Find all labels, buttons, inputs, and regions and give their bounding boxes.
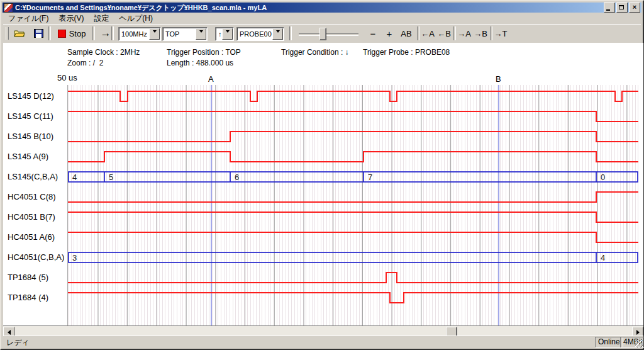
length-info: Length : 488.000 us	[167, 59, 233, 67]
window-title: C:¥Documents and Settings¥noname¥デスクトップ¥…	[15, 3, 604, 13]
set-cursor-a-button[interactable]: →A	[456, 26, 472, 41]
zoom-info: Zoom : / 2	[67, 59, 103, 67]
trigger-condition-info: Trigger Condition : ↓	[281, 48, 349, 57]
trigger-edge-select[interactable]: ↑	[215, 27, 234, 41]
dropdown-arrow-icon[interactable]	[149, 28, 160, 40]
svg-text:4: 4	[601, 253, 605, 262]
channel-label: HC4051(C,B,A)	[8, 252, 64, 262]
menu-item[interactable]: ヘルプ(H)	[114, 13, 158, 25]
svg-text:5: 5	[109, 172, 113, 182]
probe-value: PROBE00	[237, 30, 272, 38]
run-arrow-icon: →	[101, 27, 111, 40]
channel-label: HC4051 C(8)	[8, 192, 56, 202]
sample-clock-select[interactable]: 100MHz	[118, 27, 161, 41]
save-button[interactable]	[31, 26, 46, 41]
menu-bar: ファイル(F)表示(V)設定ヘルプ(H)	[3, 13, 641, 24]
stop-icon	[58, 30, 66, 38]
floppy-disk-icon	[34, 29, 43, 38]
zoom-in-button[interactable]: +	[383, 26, 396, 41]
cursor-label-b[interactable]: B	[496, 74, 501, 84]
zoom-ab-button[interactable]: AB	[398, 26, 414, 41]
channel-label: LS145(C,B,A)	[8, 172, 58, 182]
scroll-left-icon	[5, 330, 11, 335]
plot-header: 50 us AB	[3, 72, 643, 84]
open-file-button[interactable]	[12, 26, 27, 41]
close-button[interactable]: ×	[629, 3, 640, 13]
waveform-svg: 4567034	[68, 85, 638, 326]
stop-label: Stop	[69, 29, 86, 38]
menu-item[interactable]: ファイル(F)	[3, 13, 53, 25]
cursor-label-a[interactable]: A	[208, 74, 214, 84]
maximize-button[interactable]	[616, 3, 628, 13]
set-cursor-b-button[interactable]: →B	[472, 26, 489, 41]
status-message: レディ	[6, 337, 30, 348]
menu-item[interactable]: 表示(V)	[53, 13, 89, 25]
svg-text:7: 7	[368, 172, 372, 182]
minimize-icon	[606, 9, 610, 11]
app-icon	[4, 3, 13, 13]
time-division-label: 50 us	[57, 73, 77, 82]
goto-trigger-button[interactable]: →T	[492, 26, 509, 41]
svg-text:3: 3	[72, 253, 77, 262]
zoom-out-button[interactable]: −	[367, 26, 379, 41]
app-window: C:¥Documents and Settings¥noname¥デスクトップ¥…	[0, 0, 644, 350]
status-online: Online	[595, 337, 623, 347]
dropdown-arrow-icon[interactable]	[222, 28, 233, 40]
client-area: Sample Clock : 2MHz Trigger Position : T…	[3, 43, 643, 327]
goto-cursor-a-button[interactable]: ←A	[419, 26, 436, 41]
channel-label: TP1684 (5)	[8, 273, 48, 283]
toolbar: Stop → 100MHz TOP ↑ PROBE00 − + AB ←A ←B	[3, 24, 641, 43]
stop-button[interactable]: Stop	[53, 26, 90, 41]
trigger-position-value: TOP	[163, 30, 196, 38]
close-icon: ×	[633, 3, 636, 11]
open-folder-icon	[14, 29, 25, 38]
menu-item[interactable]: 設定	[89, 13, 114, 25]
channel-labels: LS145 D(12)LS145 C(11)LS145 B(10)LS145 A…	[3, 85, 67, 327]
probe-select[interactable]: PROBE00	[236, 27, 284, 41]
dropdown-arrow-icon[interactable]	[272, 28, 283, 40]
channel-label: HC4051 B(7)	[8, 212, 55, 222]
title-bar[interactable]: C:¥Documents and Settings¥noname¥デスクトップ¥…	[3, 3, 641, 13]
dropdown-arrow-icon[interactable]	[196, 28, 206, 40]
svg-text:4: 4	[72, 172, 77, 182]
svg-text:6: 6	[235, 172, 239, 182]
sample-clock-value: 100MHz	[119, 30, 149, 38]
trigger-position-select[interactable]: TOP	[162, 27, 208, 41]
trigger-probe-info: Trigger Probe : PROBE08	[363, 48, 450, 57]
waveform-plot[interactable]: 4567034	[67, 85, 638, 326]
resize-grip[interactable]	[635, 340, 643, 347]
zoom-slider-thumb[interactable]	[319, 28, 326, 40]
scroll-right-icon	[636, 330, 642, 335]
sample-clock-info: Sample Clock : 2MHz	[67, 48, 140, 57]
status-bar: レディ Online 4MBit	[3, 336, 643, 348]
trigger-edge-value: ↑	[216, 30, 222, 38]
channel-label: LS145 A(9)	[8, 152, 48, 162]
minimize-button[interactable]	[604, 3, 615, 13]
zoom-slider-track[interactable]	[299, 33, 358, 36]
channel-label: HC4051 A(6)	[8, 232, 55, 242]
svg-text:0: 0	[601, 172, 605, 182]
trigger-position-info: Trigger Position : TOP	[167, 48, 241, 57]
maximize-icon	[619, 5, 624, 9]
horizontal-scrollbar[interactable]	[3, 325, 643, 336]
toolbar-grip[interactable]	[6, 27, 9, 40]
channel-label: LS145 C(11)	[8, 111, 53, 121]
channel-label: TP1684 (4)	[8, 293, 48, 303]
channel-label: LS145 D(12)	[8, 91, 54, 101]
goto-cursor-b-button[interactable]: ←B	[436, 26, 452, 41]
channel-label: LS145 B(10)	[8, 132, 53, 142]
